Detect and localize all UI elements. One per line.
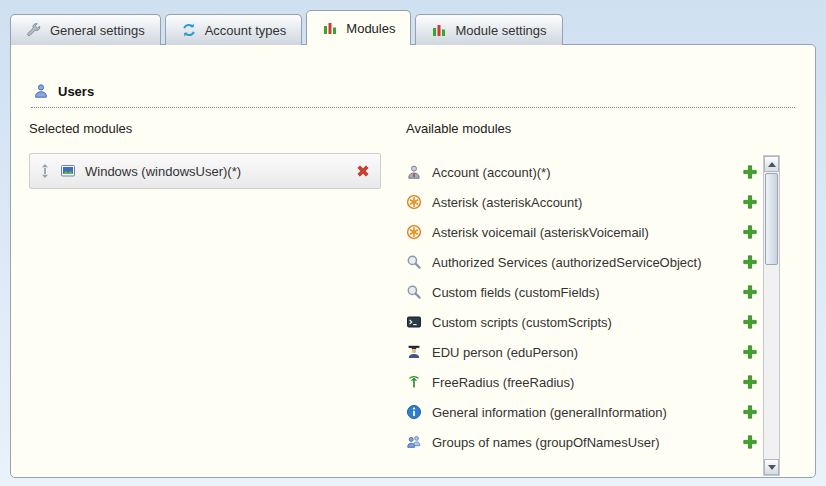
asterisk-icon bbox=[406, 194, 422, 210]
account-icon bbox=[406, 164, 422, 180]
magnifier-icon bbox=[406, 254, 422, 270]
edu-person-icon bbox=[406, 344, 422, 360]
add-module-button[interactable] bbox=[742, 194, 758, 210]
tab-modules[interactable]: Modules bbox=[306, 10, 411, 45]
available-modules-scrollbar[interactable] bbox=[763, 155, 780, 476]
module-settings-icon bbox=[431, 22, 447, 38]
module-label: Custom fields (customFields) bbox=[432, 285, 732, 300]
available-module-row: Custom fields (customFields) bbox=[406, 277, 758, 307]
add-module-button[interactable] bbox=[742, 164, 758, 180]
tab-label: Module settings bbox=[455, 23, 546, 38]
add-module-button[interactable] bbox=[742, 254, 758, 270]
wrench-icon bbox=[26, 22, 42, 38]
selected-modules-list: Windows (windowsUser)(*) bbox=[29, 153, 381, 189]
freeradius-icon bbox=[406, 374, 422, 390]
magnifier-icon bbox=[406, 284, 422, 300]
scrollbar-track[interactable] bbox=[764, 266, 779, 459]
scrollbar-thumb[interactable] bbox=[765, 173, 778, 265]
modules-panel: Users Selected modules Available modules… bbox=[10, 44, 816, 478]
selected-modules-label: Selected modules bbox=[29, 121, 132, 136]
available-module-row: Asterisk voicemail (asteriskVoicemail) bbox=[406, 217, 758, 247]
tab-general-settings[interactable]: General settings bbox=[10, 14, 161, 45]
available-module-row: Groups of names (groupOfNamesUser) bbox=[406, 427, 758, 457]
tab-label: Account types bbox=[205, 23, 287, 38]
module-label: Asterisk voicemail (asteriskVoicemail) bbox=[432, 225, 732, 240]
add-module-button[interactable] bbox=[742, 374, 758, 390]
scrollbar-down-button[interactable] bbox=[764, 459, 779, 475]
tab-label: Modules bbox=[346, 21, 395, 36]
section-title: Users bbox=[58, 84, 94, 99]
available-module-row: Account (account)(*) bbox=[406, 157, 758, 187]
users-icon bbox=[33, 83, 49, 99]
available-modules-label: Available modules bbox=[406, 121, 511, 136]
module-label: FreeRadius (freeRadius) bbox=[432, 375, 732, 390]
script-icon bbox=[406, 314, 422, 330]
module-label: General information (generalInformation) bbox=[432, 405, 732, 420]
add-module-button[interactable] bbox=[742, 434, 758, 450]
windows-module-icon bbox=[60, 163, 76, 179]
module-label: Groups of names (groupOfNamesUser) bbox=[432, 435, 732, 450]
available-modules-list: Account (account)(*)Asterisk (asteriskAc… bbox=[406, 157, 758, 457]
arrow-down-icon bbox=[768, 465, 776, 470]
section-header: Users bbox=[33, 83, 94, 99]
module-label: Windows (windowsUser)(*) bbox=[85, 164, 346, 179]
scrollbar-up-button[interactable] bbox=[764, 156, 779, 172]
add-module-button[interactable] bbox=[742, 284, 758, 300]
module-label: Custom scripts (customScripts) bbox=[432, 315, 732, 330]
tab-module-settings[interactable]: Module settings bbox=[415, 14, 562, 45]
add-module-button[interactable] bbox=[742, 224, 758, 240]
available-module-row: FreeRadius (freeRadius) bbox=[406, 367, 758, 397]
available-module-row: General information (generalInformation) bbox=[406, 397, 758, 427]
selected-module-row: Windows (windowsUser)(*) bbox=[29, 153, 381, 189]
remove-module-button[interactable] bbox=[355, 163, 371, 179]
tab-bar: General settingsAccount typesModulesModu… bbox=[10, 10, 563, 45]
module-label: Authorized Services (authorizedServiceOb… bbox=[432, 255, 732, 270]
drag-handle-icon[interactable] bbox=[39, 163, 51, 179]
module-label: EDU person (eduPerson) bbox=[432, 345, 732, 360]
available-module-row: Authorized Services (authorizedServiceOb… bbox=[406, 247, 758, 277]
account-types-icon bbox=[181, 22, 197, 38]
tab-label: General settings bbox=[50, 23, 145, 38]
arrow-up-icon bbox=[768, 162, 776, 167]
module-label: Account (account)(*) bbox=[432, 165, 732, 180]
add-module-button[interactable] bbox=[742, 344, 758, 360]
available-module-row: Custom scripts (customScripts) bbox=[406, 307, 758, 337]
add-module-button[interactable] bbox=[742, 404, 758, 420]
modules-icon bbox=[322, 20, 338, 36]
groups-icon bbox=[406, 434, 422, 450]
asterisk-voicemail-icon bbox=[406, 224, 422, 240]
available-module-row: EDU person (eduPerson) bbox=[406, 337, 758, 367]
tab-account-types[interactable]: Account types bbox=[165, 14, 303, 45]
available-module-row: Asterisk (asteriskAccount) bbox=[406, 187, 758, 217]
info-icon bbox=[406, 404, 422, 420]
add-module-button[interactable] bbox=[742, 314, 758, 330]
module-label: Asterisk (asteriskAccount) bbox=[432, 195, 732, 210]
section-divider bbox=[31, 107, 795, 108]
